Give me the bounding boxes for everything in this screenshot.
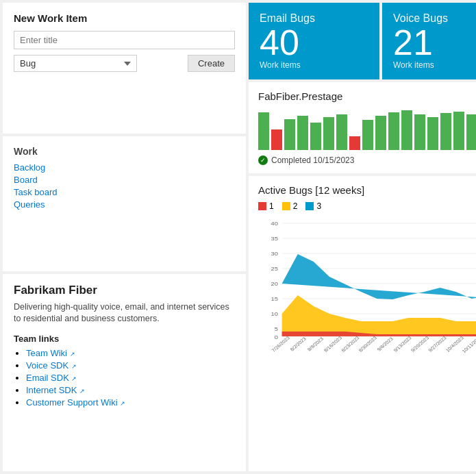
- legend-label-1: 1: [269, 201, 274, 211]
- bar: [453, 112, 464, 150]
- queries-link[interactable]: Queries: [14, 199, 235, 210]
- active-bugs-chart: 40 35 30 25 20 15 10 5 0 7/26: [258, 216, 476, 353]
- bar: [466, 114, 476, 150]
- svg-text:9/6/2023: 9/6/2023: [376, 336, 394, 352]
- bar: [414, 114, 425, 150]
- email-sdk-link[interactable]: Email SDK ↗: [26, 373, 77, 383]
- board-link[interactable]: Board: [14, 175, 235, 185]
- svg-text:40: 40: [271, 221, 278, 227]
- svg-text:9/13/2023: 9/13/2023: [392, 336, 412, 353]
- customer-support-wiki-link[interactable]: Customer Support Wiki ↗: [26, 397, 125, 408]
- fabfiber-title: FabFiber.Prestage: [258, 90, 476, 102]
- bar: [388, 112, 399, 150]
- team-wiki-link[interactable]: Team Wiki ↗: [26, 348, 75, 358]
- voice-bugs-tile: Voice Bugs 21 Work items: [382, 3, 476, 79]
- internet-sdk-link[interactable]: Internet SDK ↗: [26, 385, 85, 395]
- svg-text:9/20/2023: 9/20/2023: [410, 336, 430, 353]
- svg-text:8/16/2023: 8/16/2023: [323, 336, 343, 353]
- bar: [271, 129, 282, 150]
- fabfiber-bar-chart: [258, 109, 476, 150]
- svg-text:7/26/2023: 7/26/2023: [271, 336, 290, 353]
- legend-label-3: 3: [316, 201, 321, 211]
- bar: [362, 120, 373, 150]
- voice-sdk-item: Voice SDK ↗: [26, 360, 235, 371]
- email-sdk-item: Email SDK ↗: [26, 373, 235, 383]
- create-work-item-button[interactable]: Create: [188, 55, 235, 72]
- email-bugs-sub: Work items: [260, 60, 368, 70]
- bar: [323, 117, 334, 150]
- team-wiki-item: Team Wiki ↗: [26, 348, 235, 358]
- svg-text:30: 30: [271, 251, 278, 257]
- svg-text:15: 15: [271, 296, 278, 302]
- bar: [427, 117, 438, 150]
- legend-item-3: 3: [305, 201, 321, 211]
- svg-text:0: 0: [275, 334, 278, 340]
- taskboard-link[interactable]: Task board: [14, 187, 235, 197]
- active-bugs-title: Active Bugs [12 weeks]: [258, 184, 476, 196]
- bar: [258, 112, 269, 150]
- yellow-area: [282, 295, 476, 336]
- bar: [310, 123, 321, 150]
- blue-area: [282, 254, 476, 299]
- team-links-list: Team Wiki ↗ Voice SDK ↗ Email SDK ↗ Inte…: [14, 348, 235, 408]
- internet-sdk-item: Internet SDK ↗: [26, 385, 235, 395]
- voice-bugs-sub: Work items: [393, 60, 476, 70]
- bar: [297, 116, 308, 150]
- svg-text:25: 25: [271, 266, 278, 272]
- team-links-title: Team links: [14, 334, 235, 344]
- legend-item-2: 2: [282, 201, 298, 211]
- svg-text:8/9/2023: 8/9/2023: [307, 336, 325, 352]
- svg-text:8/2/2023: 8/2/2023: [289, 336, 307, 352]
- fabrikam-title: Fabrikam Fiber: [14, 284, 235, 297]
- new-work-item-title: New Work Item: [14, 12, 235, 24]
- voice-bugs-count: 21: [393, 25, 476, 60]
- bar: [375, 116, 386, 150]
- voice-sdk-link[interactable]: Voice SDK ↗: [26, 360, 77, 371]
- svg-text:8/30/2023: 8/30/2023: [358, 336, 377, 353]
- fabrikam-panel: Fabrikam Fiber Delivering high-quality v…: [3, 274, 246, 471]
- legend-dot-1: [258, 202, 266, 210]
- backlog-link[interactable]: Backlog: [14, 162, 235, 173]
- svg-text:10: 10: [271, 311, 278, 317]
- legend-item-1: 1: [258, 201, 274, 211]
- legend-dot-2: [282, 202, 290, 210]
- check-icon: ✓: [258, 155, 268, 165]
- svg-text:5: 5: [275, 326, 278, 332]
- legend-dot-3: [305, 202, 314, 210]
- bar: [440, 113, 451, 150]
- legend-label-2: 2: [293, 201, 298, 211]
- work-item-type-select[interactable]: Bug Task User Story Feature: [14, 55, 137, 72]
- work-title: Work: [14, 146, 235, 157]
- work-item-title-input[interactable]: [14, 31, 235, 49]
- completed-row: ✓ Completed 10/15/2023: [258, 155, 476, 165]
- svg-text:9/27/2023: 9/27/2023: [427, 336, 447, 353]
- svg-text:20: 20: [271, 281, 278, 287]
- legend: 1 2 3: [258, 201, 476, 211]
- active-bugs-panel: Active Bugs [12 weeks] 1 2 3: [249, 176, 476, 471]
- work-panel: Work Backlog Board Task board Queries: [3, 136, 246, 271]
- svg-text:8/23/2023: 8/23/2023: [340, 336, 360, 353]
- bar: [401, 110, 412, 150]
- svg-text:10/11/2023: 10/11/2023: [461, 335, 476, 353]
- svg-text:35: 35: [271, 236, 278, 242]
- bug-tiles-row: Email Bugs 40 Work items Voice Bugs 21 W…: [249, 3, 476, 79]
- work-links: Backlog Board Task board Queries: [14, 162, 235, 210]
- bar: [284, 119, 295, 150]
- new-work-item-panel: New Work Item Bug Task User Story Featur…: [3, 3, 246, 134]
- email-bugs-count: 40: [260, 25, 368, 60]
- email-bugs-tile: Email Bugs 40 Work items: [249, 3, 379, 79]
- fabfiber-panel: FabFiber.Prestage ✓ Completed 10/15/2023: [249, 82, 476, 173]
- right-column: Email Bugs 40 Work items Voice Bugs 21 W…: [249, 3, 476, 471]
- customer-support-wiki-item: Customer Support Wiki ↗: [26, 397, 235, 408]
- bar: [336, 114, 347, 150]
- completed-text: Completed 10/15/2023: [271, 155, 354, 165]
- fabrikam-description: Delivering high-quality voice, email, an…: [14, 301, 235, 325]
- active-bugs-svg: 40 35 30 25 20 15 10 5 0 7/26: [258, 216, 476, 353]
- bar: [349, 136, 360, 150]
